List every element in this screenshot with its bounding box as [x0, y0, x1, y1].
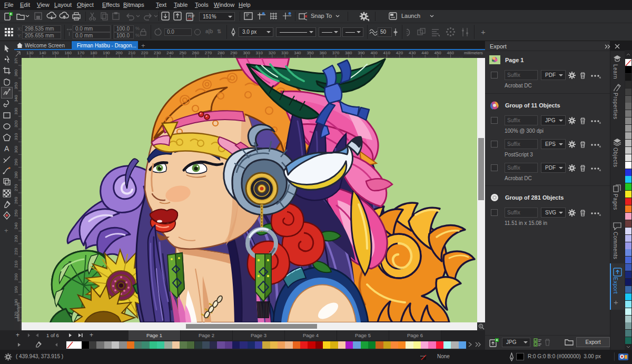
- svg-text:200: 200: [115, 51, 123, 55]
- svg-text:290: 290: [230, 51, 238, 55]
- svg-text:300: 300: [243, 51, 250, 55]
- svg-text:320: 320: [269, 51, 276, 55]
- svg-text:270: 270: [205, 51, 212, 55]
- svg-text:260: 260: [192, 51, 200, 55]
- svg-text:220: 220: [14, 248, 18, 255]
- svg-text:millimeters: millimeters: [16, 302, 21, 321]
- svg-text:250: 250: [179, 51, 186, 55]
- svg-text:270: 270: [14, 184, 18, 191]
- svg-text:310: 310: [14, 133, 18, 140]
- svg-text:430: 430: [409, 51, 416, 55]
- svg-text:320: 320: [14, 120, 18, 127]
- svg-text:370: 370: [14, 58, 18, 64]
- svg-text:400: 400: [370, 51, 378, 55]
- svg-text:160: 160: [65, 51, 72, 55]
- svg-text:290: 290: [14, 159, 18, 166]
- svg-text:210: 210: [129, 51, 136, 55]
- svg-text:millimeters: millimeters: [464, 51, 483, 55]
- svg-text:420: 420: [396, 51, 403, 55]
- svg-text:280: 280: [218, 51, 225, 55]
- svg-text:330: 330: [281, 51, 289, 55]
- svg-text:410: 410: [383, 51, 391, 55]
- svg-text:230: 230: [154, 51, 161, 55]
- svg-text:380: 380: [345, 51, 352, 55]
- svg-text:240: 240: [166, 51, 174, 55]
- svg-text:450: 450: [434, 51, 441, 55]
- svg-text:340: 340: [14, 95, 18, 102]
- svg-text:230: 230: [14, 235, 18, 242]
- svg-text:200: 200: [14, 273, 18, 281]
- svg-text:340: 340: [294, 51, 301, 55]
- svg-text:170: 170: [77, 51, 85, 55]
- svg-text:180: 180: [90, 51, 97, 55]
- svg-text:240: 240: [14, 222, 18, 230]
- svg-text:250: 250: [14, 210, 18, 217]
- svg-text:220: 220: [141, 51, 149, 55]
- svg-text:280: 280: [14, 171, 18, 179]
- svg-text:360: 360: [320, 51, 327, 55]
- svg-text:300: 300: [14, 146, 18, 153]
- svg-text:140: 140: [39, 51, 46, 55]
- svg-text:190: 190: [103, 51, 110, 55]
- svg-text:A: A: [4, 144, 9, 153]
- svg-text:350: 350: [14, 82, 18, 90]
- svg-text:PDF: PDF: [188, 14, 195, 18]
- svg-text:370: 370: [332, 51, 340, 55]
- svg-text:150: 150: [52, 51, 59, 55]
- svg-text:190: 190: [14, 286, 18, 293]
- svg-text:260: 260: [14, 196, 18, 204]
- svg-text:310: 310: [256, 51, 263, 55]
- svg-text:350: 350: [307, 51, 314, 55]
- svg-text:390: 390: [358, 51, 365, 55]
- svg-text:130: 130: [26, 51, 34, 55]
- svg-text:440: 440: [421, 51, 429, 55]
- svg-text:210: 210: [14, 260, 18, 268]
- svg-text:330: 330: [14, 107, 18, 115]
- svg-text:360: 360: [14, 69, 18, 76]
- svg-text:460: 460: [447, 51, 455, 55]
